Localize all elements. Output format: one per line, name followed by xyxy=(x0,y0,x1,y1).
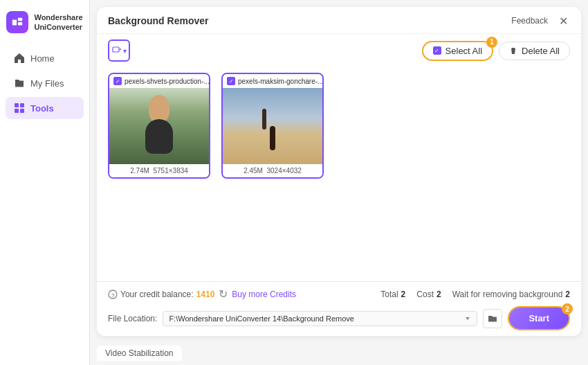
svg-rect-4 xyxy=(20,103,24,107)
close-button[interactable]: ✕ xyxy=(556,14,570,28)
add-file-button[interactable]: ▾ xyxy=(108,39,130,62)
total-label: Total xyxy=(380,290,398,299)
help-icon: ? xyxy=(108,290,118,299)
folder-browse-button[interactable] xyxy=(483,309,502,328)
credit-label: Your credit balance: xyxy=(120,290,194,299)
start-badge: 2 xyxy=(562,303,573,314)
credit-value: 1410 xyxy=(196,290,215,299)
stat-cost: Cost 2 xyxy=(416,290,441,299)
sidebar-item-my-files-label: My Files xyxy=(30,78,64,89)
toolbar: ▾ Select All 1 Delete All xyxy=(97,34,581,67)
image-card-header-0: pexels-shvets-production-... xyxy=(109,74,209,88)
svg-rect-7 xyxy=(113,47,119,52)
below-panel: Video Stabilization xyxy=(90,343,588,365)
svg-rect-6 xyxy=(20,109,24,113)
image-card-header-1: pexels-maksim-gonchare-... xyxy=(223,74,322,88)
file-location-input[interactable]: F:\Wondershare UniConverter 14\Backgroun… xyxy=(163,311,477,326)
start-button-wrapper: Start 2 xyxy=(508,306,570,330)
select-all-button[interactable]: Select All 1 xyxy=(422,41,493,61)
folder-icon xyxy=(488,314,497,323)
select-all-checkbox xyxy=(433,46,441,55)
svg-rect-1 xyxy=(18,18,22,21)
select-all-badge: 1 xyxy=(486,37,497,48)
total-value: 2 xyxy=(401,290,406,299)
cost-value: 2 xyxy=(437,290,441,299)
panel-header-actions: Feedback ✕ xyxy=(511,14,570,28)
image-thumb-1 xyxy=(223,88,322,164)
panel-header: Background Remover Feedback ✕ xyxy=(97,7,581,34)
svg-rect-5 xyxy=(15,109,19,113)
image-footer-1: 2.45M 3024×4032 xyxy=(223,164,322,177)
image-card-0[interactable]: pexels-shvets-production-... 2.74M 5751×… xyxy=(108,73,210,179)
logo-text: Wondershare UniConverter xyxy=(34,12,82,33)
sidebar-item-tools-label: Tools xyxy=(30,103,54,114)
dropdown-arrow-icon xyxy=(464,315,471,322)
bottom-stats: Total 2 Cost 2 Wait for removing backgro… xyxy=(380,290,570,299)
bottom-row1: ? Your credit balance: 1410 ↻ Buy more C… xyxy=(108,287,570,301)
start-button[interactable]: Start 2 xyxy=(509,308,569,329)
delete-all-label: Delete All xyxy=(522,46,560,56)
svg-rect-0 xyxy=(12,19,17,25)
sidebar-item-my-files[interactable]: My Files xyxy=(6,72,84,94)
sidebar-item-home[interactable]: Home xyxy=(6,47,84,69)
feedback-link[interactable]: Feedback xyxy=(511,16,548,26)
file-location-label: File Location: xyxy=(108,314,157,323)
wait-value: 2 xyxy=(565,290,570,299)
bottom-bar: ? Your credit balance: 1410 ↻ Buy more C… xyxy=(97,281,581,336)
sidebar-item-home-label: Home xyxy=(30,53,55,64)
stat-total: Total 2 xyxy=(380,290,405,299)
svg-rect-3 xyxy=(15,103,19,107)
svg-rect-2 xyxy=(18,22,22,26)
sidebar-nav: Home My Files Tools xyxy=(0,47,89,119)
buy-credits-link[interactable]: Buy more Credits xyxy=(232,290,296,299)
add-dropdown-arrow: ▾ xyxy=(123,47,127,55)
logo-icon xyxy=(6,11,28,33)
svg-text:?: ? xyxy=(111,292,115,298)
panel-title: Background Remover xyxy=(108,15,208,26)
image-name-0: pexels-shvets-production-... xyxy=(125,78,209,85)
stat-wait: Wait for removing background 2 xyxy=(452,290,570,299)
image-footer-0: 2.74M 5751×3834 xyxy=(109,164,209,177)
image-checkbox-1[interactable] xyxy=(227,77,235,85)
bottom-row2: File Location: F:\Wondershare UniConvert… xyxy=(108,306,570,330)
image-card-1[interactable]: pexels-maksim-gonchare-... 2.45M 3024×40… xyxy=(221,73,324,179)
sidebar: Wondershare UniConverter Home My Files T… xyxy=(0,0,90,365)
image-name-1: pexels-maksim-gonchare-... xyxy=(238,78,322,85)
credit-info: ? Your credit balance: 1410 xyxy=(108,290,214,299)
toolbar-right: Select All 1 Delete All xyxy=(422,41,570,61)
image-thumb-0 xyxy=(109,88,209,164)
image-checkbox-0[interactable] xyxy=(113,77,122,85)
sidebar-item-tools[interactable]: Tools xyxy=(6,97,84,119)
refresh-icon[interactable]: ↻ xyxy=(219,287,228,301)
app-logo: Wondershare UniConverter xyxy=(0,11,90,47)
select-all-label: Select All xyxy=(445,46,482,56)
background-remover-panel: Background Remover Feedback ✕ ▾ Select A… xyxy=(97,7,581,336)
cost-label: Cost xyxy=(416,290,434,299)
video-stabilization-label[interactable]: Video Stabilization xyxy=(97,346,182,361)
delete-all-button[interactable]: Delete All xyxy=(499,42,570,60)
wait-label: Wait for removing background xyxy=(452,290,563,299)
image-grid: pexels-shvets-production-... 2.74M 5751×… xyxy=(97,67,581,281)
main-content: Background Remover Feedback ✕ ▾ Select A… xyxy=(90,0,588,365)
file-location-value: F:\Wondershare UniConverter 14\Backgroun… xyxy=(169,314,354,323)
